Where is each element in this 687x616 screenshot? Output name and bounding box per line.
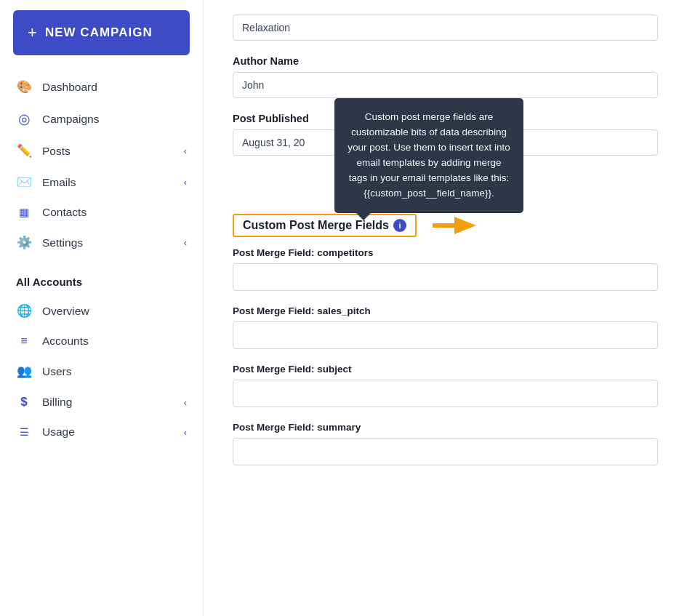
relaxation-input[interactable] [233, 15, 658, 41]
merge-field-competitors-label: Post Merge Field: competitors [233, 247, 658, 258]
accounts-nav: 🌐 Overview ≡ Accounts 👥 Users $ Billing … [0, 292, 203, 454]
merge-fields-header: Custom Post Merge Fields i [233, 214, 658, 237]
main-content: Author Name Post Published Custom post m… [204, 0, 687, 616]
sidebar-item-label: Accounts [42, 335, 187, 348]
emails-icon: ✉️ [16, 175, 32, 190]
merge-field-competitors-input[interactable] [233, 263, 658, 291]
sidebar-item-label: Settings [42, 236, 174, 249]
sidebar-item-label: Contacts [42, 206, 187, 219]
arrow-shaft [433, 223, 454, 228]
usage-icon: ☰ [16, 426, 32, 438]
arrow-head [454, 217, 498, 234]
campaigns-icon: ◎ [16, 111, 32, 127]
sidebar-item-label: Posts [42, 145, 174, 158]
chevron-right-icon: ‹ [184, 177, 187, 188]
billing-icon: $ [16, 395, 32, 409]
merge-field-subject: Post Merge Field: subject [233, 364, 658, 407]
sidebar: + NEW CAMPAIGN 🎨 Dashboard ◎ Campaigns ✏… [0, 0, 204, 616]
merge-field-sales-pitch: Post Merge Field: sales_pitch [233, 305, 658, 349]
sidebar-item-usage[interactable]: ☰ Usage ‹ [0, 417, 203, 447]
tooltip-box: Custom post merge fields are customizabl… [334, 98, 523, 213]
overview-icon: 🌐 [16, 303, 32, 319]
sidebar-item-accounts[interactable]: ≡ Accounts [0, 327, 203, 356]
sidebar-item-settings[interactable]: ⚙️ Settings ‹ [0, 227, 203, 258]
all-accounts-header: All Accounts [0, 265, 203, 292]
author-name-field-group: Author Name [233, 55, 658, 98]
settings-icon: ⚙️ [16, 235, 32, 250]
merge-fields-title-box: Custom Post Merge Fields i [233, 214, 417, 237]
sidebar-item-label: Billing [42, 396, 174, 409]
author-name-input[interactable] [233, 72, 658, 98]
merge-field-subject-input[interactable] [233, 380, 658, 407]
sidebar-item-label: Emails [42, 176, 174, 189]
chevron-right-icon: ‹ [184, 145, 187, 156]
plus-icon: + [28, 23, 38, 42]
chevron-right-icon: ‹ [184, 397, 187, 408]
merge-field-subject-label: Post Merge Field: subject [233, 364, 658, 375]
sidebar-item-contacts[interactable]: ▦ Contacts [0, 198, 203, 227]
sidebar-item-dashboard[interactable]: 🎨 Dashboard [0, 71, 203, 103]
arrow-indicator [433, 217, 498, 234]
sidebar-item-billing[interactable]: $ Billing ‹ [0, 387, 203, 417]
relaxation-field-group [233, 15, 658, 41]
chevron-right-icon: ‹ [184, 237, 187, 248]
sidebar-item-overview[interactable]: 🌐 Overview [0, 295, 203, 327]
merge-field-summary-input[interactable] [233, 438, 658, 465]
sidebar-item-posts[interactable]: ✏️ Posts ‹ [0, 135, 203, 167]
dashboard-icon: 🎨 [16, 79, 32, 95]
sidebar-item-campaigns[interactable]: ◎ Campaigns [0, 103, 203, 135]
info-icon[interactable]: i [393, 219, 406, 232]
merge-field-sales-pitch-input[interactable] [233, 321, 658, 349]
sidebar-item-label: Users [42, 365, 187, 378]
posts-icon: ✏️ [16, 143, 32, 159]
sidebar-item-label: Usage [42, 425, 174, 439]
chevron-right-icon: ‹ [184, 427, 187, 438]
new-campaign-label: NEW CAMPAIGN [45, 25, 153, 40]
users-icon: 👥 [16, 364, 32, 379]
new-campaign-button[interactable]: + NEW CAMPAIGN [13, 10, 190, 55]
merge-fields-title-text: Custom Post Merge Fields [243, 219, 389, 232]
merge-field-sales-pitch-label: Post Merge Field: sales_pitch [233, 305, 658, 316]
merge-field-competitors: Post Merge Field: competitors [233, 247, 658, 291]
tooltip-text: Custom post merge fields are customizabl… [347, 111, 510, 199]
sidebar-item-users[interactable]: 👥 Users [0, 356, 203, 387]
contacts-icon: ▦ [16, 206, 32, 219]
sidebar-item-label: Overview [42, 305, 187, 318]
post-published-field-group: Post Published Custom post merge fields … [233, 113, 658, 156]
sidebar-item-label: Dashboard [42, 81, 187, 94]
merge-field-summary-label: Post Merge Field: summary [233, 422, 658, 433]
main-nav: 🎨 Dashboard ◎ Campaigns ✏️ Posts ‹ ✉️ Em… [0, 68, 203, 265]
sidebar-item-emails[interactable]: ✉️ Emails ‹ [0, 167, 203, 198]
sidebar-item-label: Campaigns [42, 113, 187, 126]
accounts-icon: ≡ [16, 335, 32, 348]
merge-field-summary: Post Merge Field: summary [233, 422, 658, 465]
author-name-label: Author Name [233, 55, 658, 67]
